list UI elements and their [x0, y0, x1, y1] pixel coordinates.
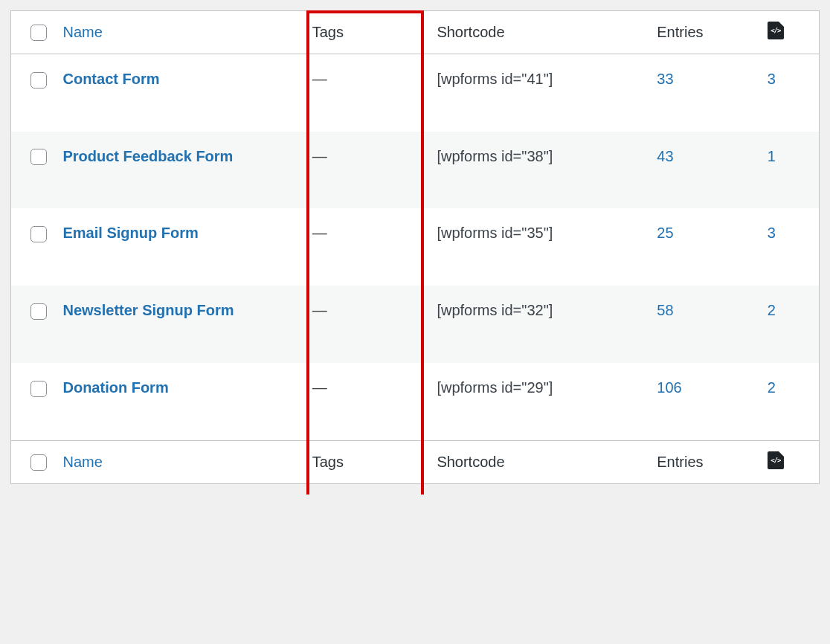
table-row: Product Feedback Form — [wpforms id="38"… [11, 132, 820, 209]
table-footer-row: Name Tags Shortcode Entries [11, 440, 820, 483]
col-header-name[interactable]: Name [62, 24, 102, 40]
col-footer-name[interactable]: Name [62, 454, 102, 470]
locations-icon [768, 22, 784, 39]
form-shortcode: [wpforms id="41"] [437, 71, 553, 87]
form-name-link[interactable]: Contact Form [62, 71, 159, 87]
form-locations-link[interactable]: 1 [768, 148, 776, 164]
table-row: Contact Form — [wpforms id="41"] 33 3 [11, 54, 820, 132]
table-row: Donation Form — [wpforms id="29"] 106 2 [11, 363, 820, 440]
form-entries-link[interactable]: 33 [657, 71, 673, 87]
form-tags: — [312, 379, 327, 396]
col-header-tags: Tags [312, 24, 344, 40]
form-entries-link[interactable]: 58 [657, 302, 673, 318]
form-entries-link[interactable]: 106 [657, 379, 681, 396]
form-tags: — [312, 302, 327, 318]
select-all-top[interactable] [30, 25, 47, 41]
form-name-link[interactable]: Email Signup Form [62, 225, 198, 241]
col-footer-entries: Entries [657, 454, 703, 470]
locations-icon [768, 451, 784, 469]
form-name-link[interactable]: Product Feedback Form [62, 148, 233, 164]
row-checkbox[interactable] [30, 226, 47, 242]
form-entries-link[interactable]: 25 [657, 225, 673, 241]
form-tags: — [312, 148, 327, 164]
row-checkbox[interactable] [30, 149, 47, 165]
forms-table: Name Tags Shortcode Entries Contact Form… [10, 10, 820, 484]
row-checkbox[interactable] [30, 72, 47, 88]
form-locations-link[interactable]: 2 [768, 302, 776, 318]
col-header-shortcode: Shortcode [437, 24, 504, 40]
table-row: Newsletter Signup Form — [wpforms id="32… [11, 286, 820, 363]
form-locations-link[interactable]: 2 [768, 379, 776, 396]
select-all-bottom[interactable] [30, 454, 47, 471]
form-entries-link[interactable]: 43 [657, 148, 673, 164]
form-tags: — [312, 225, 327, 241]
form-locations-link[interactable]: 3 [768, 225, 776, 241]
form-shortcode: [wpforms id="32"] [437, 302, 553, 318]
forms-table-wrap: Name Tags Shortcode Entries Contact Form… [10, 10, 820, 484]
table-header-row: Name Tags Shortcode Entries [11, 11, 820, 54]
form-name-link[interactable]: Newsletter Signup Form [62, 302, 234, 318]
form-shortcode: [wpforms id="38"] [437, 148, 553, 164]
row-checkbox[interactable] [30, 303, 47, 320]
form-tags: — [312, 71, 327, 87]
form-name-link[interactable]: Donation Form [62, 379, 168, 396]
table-row: Email Signup Form — [wpforms id="35"] 25… [11, 208, 820, 286]
form-shortcode: [wpforms id="29"] [437, 379, 553, 396]
row-checkbox[interactable] [30, 381, 47, 397]
form-shortcode: [wpforms id="35"] [437, 225, 553, 241]
col-footer-shortcode: Shortcode [437, 454, 504, 470]
col-header-entries: Entries [657, 24, 703, 40]
form-locations-link[interactable]: 3 [768, 71, 776, 87]
col-footer-tags: Tags [312, 454, 344, 470]
